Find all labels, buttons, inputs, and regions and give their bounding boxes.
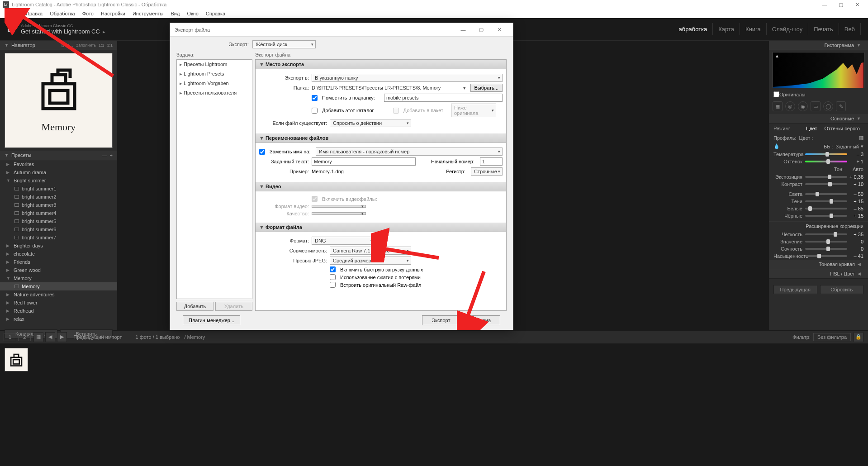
nav-3to1[interactable]: 3:1 (107, 43, 113, 48)
module-web[interactable]: Веб (839, 23, 861, 35)
preset-folder[interactable]: ▼Memory (0, 274, 117, 282)
menu-develop[interactable]: Обработка (46, 10, 78, 17)
mode-color[interactable]: Цвет (802, 125, 821, 132)
export-button[interactable]: Экспорт (422, 315, 460, 325)
grid-icon[interactable]: ▦ (859, 135, 863, 141)
menu-view[interactable]: Вид (167, 10, 184, 17)
start-number-input[interactable] (480, 157, 503, 166)
file-format-select[interactable]: DNG (312, 237, 375, 245)
chevron-down-icon[interactable]: ▾ (463, 85, 466, 91)
preset-folder[interactable]: ▶Red flower (0, 299, 117, 307)
menu-settings[interactable]: Настройки (97, 10, 129, 17)
export-settings-scroll[interactable]: Место экспорта Экспорт в:В указанную пап… (255, 59, 507, 311)
wb-value[interactable]: Заданный (836, 144, 859, 149)
module-book[interactable]: Книга (740, 23, 767, 35)
export-in-select[interactable]: В указанную папку (312, 74, 503, 82)
list-item[interactable]: Lightroom Presets (177, 69, 252, 79)
clip-shadow-icon[interactable]: ▲ (775, 53, 779, 58)
dehaze-slider[interactable] (805, 241, 847, 243)
list-item[interactable]: Пресеты пользователя (177, 88, 252, 98)
module-map[interactable]: Карта (713, 23, 740, 35)
auto-button[interactable]: Авто (853, 166, 863, 172)
previous-button[interactable]: Предыдущая (773, 285, 817, 294)
redeye-tool-icon[interactable]: ◉ (798, 101, 808, 111)
subfolder-input[interactable] (384, 94, 503, 102)
grid-view-icon[interactable]: ▦ (33, 332, 43, 342)
exposure-value[interactable]: + 0,38 (847, 174, 863, 180)
shadows-value[interactable]: + 15 (847, 199, 863, 204)
preset-folder[interactable]: ▶Friends (0, 258, 117, 266)
preset-item[interactable]: bright summer2 (0, 193, 117, 201)
crop-tool-icon[interactable]: ▦ (773, 101, 783, 111)
maximize-button[interactable]: ▢ (833, 0, 849, 9)
nav-1to1[interactable]: 1:1 (99, 43, 104, 48)
filmstrip-thumb[interactable] (5, 348, 28, 371)
preset-folder[interactable]: ▶Favorites (0, 160, 117, 168)
fast-load-checkbox[interactable] (330, 266, 336, 272)
originals-checkbox[interactable] (773, 91, 779, 97)
preset-folder[interactable]: ▶Autumn drama (0, 168, 117, 176)
menu-photo[interactable]: Фото (79, 10, 97, 17)
tint-value[interactable]: + 1 (847, 159, 863, 164)
histogram-header[interactable]: Гистограмма ▼ (769, 41, 868, 50)
highlights-slider[interactable] (805, 193, 847, 195)
prev-icon[interactable]: ◀ (45, 332, 55, 342)
clarity-value[interactable]: + 35 (847, 232, 863, 237)
preset-folder[interactable]: ▼Bright summer (0, 176, 117, 185)
brush-tool-icon[interactable]: ✎ (836, 101, 846, 111)
compat-select[interactable]: Camera Raw 7.1 и более (330, 247, 411, 255)
lock-icon[interactable]: 🔒 (854, 332, 863, 342)
temp-value[interactable]: – 3 (847, 152, 863, 157)
section-rename-header[interactable]: Переименование файлов (256, 133, 506, 143)
menu-edit[interactable]: Правка (22, 10, 46, 17)
dialog-close-icon[interactable]: ✕ (490, 27, 508, 33)
close-button[interactable]: ✕ (849, 0, 865, 9)
histogram[interactable]: ▲ (773, 52, 864, 88)
menu-help[interactable]: Справка (202, 10, 229, 17)
view-tab-1[interactable]: 1 (4, 333, 16, 341)
grad-tool-icon[interactable]: ▭ (811, 101, 821, 111)
if-exists-select[interactable]: Спросить о действии (330, 119, 411, 127)
view-tab-2[interactable]: 2 (18, 333, 31, 341)
navigator-thumbnail[interactable]: Memory (5, 53, 113, 148)
browse-button[interactable]: Выбрать... (470, 84, 503, 92)
dialog-maximize-icon[interactable]: ▢ (472, 27, 490, 33)
menu-file[interactable]: Файл (3, 10, 22, 17)
cancel-button[interactable]: Отмена (464, 315, 500, 325)
minimize-button[interactable]: — (816, 0, 833, 9)
tint-slider[interactable] (805, 161, 847, 162)
menu-tools[interactable]: Инструменты (129, 10, 167, 17)
tone-curve-header[interactable]: Тоновая кривая◀ (769, 260, 868, 269)
nav-fill[interactable]: Заполнить (76, 43, 96, 48)
menu-window[interactable]: Окно (183, 10, 202, 17)
section-file-format-header[interactable]: Формат файла (256, 223, 506, 232)
chevron-down-icon[interactable]: ▾ (861, 143, 863, 149)
preset-item[interactable]: bright summer6 (0, 225, 117, 233)
preset-item[interactable]: Memory (0, 282, 117, 290)
dialog-minimize-icon[interactable]: — (454, 27, 472, 33)
preset-folder[interactable]: ▶Brighter days (0, 242, 117, 250)
export-to-select[interactable]: Жёсткий диск (252, 40, 316, 48)
saturation-value[interactable]: – 41 (847, 253, 863, 259)
add-catalog-checkbox[interactable] (312, 108, 318, 114)
preset-item[interactable]: bright summer5 (0, 217, 117, 225)
clarity-slider[interactable] (805, 233, 847, 235)
put-subfolder-checkbox[interactable] (312, 95, 318, 101)
hsl-header[interactable]: HSL / Цвет◀ (769, 269, 868, 279)
remove-preset-button[interactable]: Удалить (215, 302, 252, 311)
list-item[interactable]: Пресеты Lightroom (177, 60, 252, 69)
next-icon[interactable]: ▶ (57, 332, 67, 342)
highlights-value[interactable]: – 50 (847, 191, 863, 197)
nav-fit[interactable]: Впи... (62, 43, 73, 48)
vibrance-value[interactable]: 0 (847, 246, 863, 252)
whites-slider[interactable] (805, 208, 847, 209)
embed-raw-checkbox[interactable] (330, 282, 336, 288)
basic-header[interactable]: Основные▼ (769, 114, 868, 124)
profile-value[interactable]: Цвет : (799, 135, 813, 141)
blacks-value[interactable]: + 15 (847, 213, 863, 219)
whites-value[interactable]: – 85 (847, 206, 863, 211)
vibrance-slider[interactable] (805, 248, 847, 250)
mode-gray[interactable]: Оттенки серого (821, 125, 863, 132)
rename-checkbox[interactable] (259, 149, 265, 155)
module-print[interactable]: Печать (808, 23, 839, 35)
